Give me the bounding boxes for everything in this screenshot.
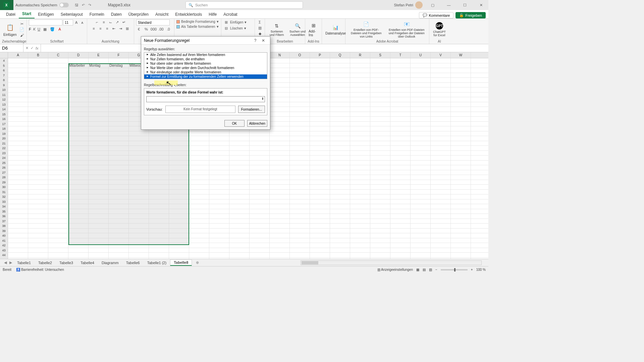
cell[interactable] — [290, 93, 310, 97]
cell[interactable] — [28, 156, 48, 160]
cell[interactable] — [89, 131, 109, 136]
cell[interactable] — [411, 224, 431, 228]
cell[interactable] — [431, 219, 451, 224]
cell[interactable] — [370, 243, 390, 248]
cell[interactable] — [290, 243, 310, 248]
cell[interactable] — [109, 102, 129, 107]
row-header[interactable]: 39 — [0, 229, 8, 233]
cell[interactable] — [310, 214, 330, 219]
cell[interactable] — [169, 156, 189, 160]
align-middle-icon[interactable]: ≡ — [101, 19, 107, 25]
cell[interactable] — [28, 122, 48, 126]
cell[interactable] — [89, 190, 109, 194]
maximize-icon[interactable]: ☐ — [459, 0, 471, 10]
cell[interactable] — [451, 136, 471, 141]
tab-überprüfen[interactable]: Überprüfen — [125, 10, 152, 18]
cell[interactable] — [270, 194, 290, 199]
cell[interactable] — [370, 219, 390, 224]
cell[interactable] — [68, 170, 89, 175]
cell[interactable] — [129, 204, 149, 209]
cell[interactable] — [48, 185, 68, 189]
cell[interactable] — [8, 248, 28, 253]
cell[interactable] — [48, 151, 68, 156]
cell[interactable] — [290, 122, 310, 126]
cell[interactable] — [350, 253, 370, 257]
cell[interactable] — [390, 122, 411, 126]
cell[interactable] — [431, 126, 451, 131]
cell[interactable] — [68, 83, 89, 87]
cell[interactable] — [109, 180, 129, 185]
cell[interactable] — [431, 175, 451, 180]
cell[interactable] — [370, 170, 390, 175]
cell[interactable] — [350, 194, 370, 199]
cell[interactable] — [68, 122, 89, 126]
cell[interactable] — [270, 58, 290, 63]
cell[interactable] — [89, 112, 109, 117]
cell[interactable] — [390, 180, 411, 185]
cell[interactable] — [411, 102, 431, 107]
cell[interactable] — [48, 253, 68, 257]
cell[interactable] — [48, 131, 68, 136]
cell[interactable] — [109, 185, 129, 189]
cell[interactable] — [8, 93, 28, 97]
cell[interactable] — [411, 238, 431, 243]
cell[interactable] — [270, 204, 290, 209]
cell[interactable] — [250, 248, 270, 253]
cell[interactable] — [48, 68, 68, 73]
cell[interactable] — [8, 112, 28, 117]
rule-type-item[interactable]: ►Nur Werte über oder unter dem Durchschn… — [144, 66, 267, 70]
cell[interactable] — [8, 229, 28, 233]
cell[interactable] — [290, 253, 310, 257]
cell[interactable] — [370, 136, 390, 141]
cell[interactable] — [390, 58, 411, 63]
ribbon-options-icon[interactable]: ▢ — [427, 0, 439, 10]
cell[interactable] — [169, 151, 189, 156]
cell[interactable] — [68, 78, 89, 82]
cell[interactable] — [169, 219, 189, 224]
cell[interactable] — [229, 165, 250, 170]
cell[interactable] — [451, 165, 471, 170]
cell[interactable] — [68, 126, 89, 131]
cell[interactable] — [89, 165, 109, 170]
cell[interactable] — [48, 243, 68, 248]
tab-hilfe[interactable]: Hilfe — [205, 10, 220, 18]
cell[interactable] — [431, 194, 451, 199]
cell[interactable] — [330, 199, 350, 204]
cell[interactable] — [229, 170, 250, 175]
font-color-icon[interactable]: A — [57, 26, 62, 32]
cell[interactable] — [310, 156, 330, 160]
cell[interactable] — [390, 131, 411, 136]
cell[interactable] — [28, 87, 48, 92]
cell[interactable] — [48, 238, 68, 243]
cell[interactable] — [149, 238, 169, 243]
cell[interactable] — [189, 219, 209, 224]
cell[interactable] — [48, 112, 68, 117]
cell[interactable] — [270, 93, 290, 97]
row-header[interactable]: 28 — [0, 175, 8, 180]
cell[interactable] — [209, 194, 229, 199]
cell[interactable] — [48, 229, 68, 233]
cell[interactable] — [330, 68, 350, 73]
cell[interactable] — [189, 170, 209, 175]
cell[interactable] — [149, 199, 169, 204]
cell[interactable] — [8, 161, 28, 165]
cell[interactable] — [390, 93, 411, 97]
sheet-tab[interactable]: Tabelle1 — [13, 260, 35, 266]
cell[interactable] — [28, 199, 48, 204]
cell[interactable] — [411, 151, 431, 156]
cell[interactable] — [411, 136, 431, 141]
row-header[interactable]: 30 — [0, 185, 8, 189]
increase-decimal-icon[interactable]: .00 — [158, 26, 164, 32]
cell[interactable] — [330, 253, 350, 257]
cell[interactable] — [169, 194, 189, 199]
cell[interactable] — [68, 161, 89, 165]
cell[interactable] — [89, 233, 109, 238]
cell[interactable] — [8, 117, 28, 121]
cell[interactable] — [250, 161, 270, 165]
cell[interactable] — [8, 136, 28, 141]
cell[interactable] — [330, 117, 350, 121]
cell[interactable] — [451, 83, 471, 87]
cell[interactable] — [270, 199, 290, 204]
zoom-out-icon[interactable]: − — [435, 268, 437, 272]
row-header[interactable]: 33 — [0, 199, 8, 204]
